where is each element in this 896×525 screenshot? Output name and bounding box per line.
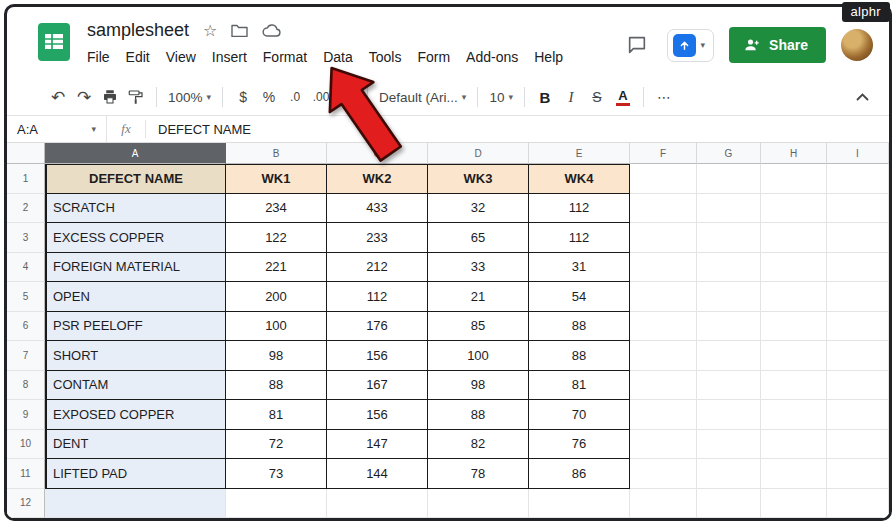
column-header-A[interactable]: A (45, 143, 226, 164)
currency-format-button[interactable]: $ (230, 84, 256, 110)
cell-B10[interactable]: 72 (226, 430, 327, 460)
row-header-7[interactable]: 7 (7, 341, 45, 371)
row-header-3[interactable]: 3 (7, 223, 45, 253)
paint-format-button[interactable] (123, 84, 149, 110)
row-header-4[interactable]: 4 (7, 253, 45, 283)
row-header-11[interactable]: 11 (7, 459, 45, 489)
cell-D9[interactable]: 88 (428, 400, 529, 430)
cell-I2[interactable] (827, 194, 889, 224)
cell-I10[interactable] (827, 430, 889, 460)
cell-I12[interactable] (827, 489, 889, 519)
column-header-I[interactable]: I (827, 143, 889, 164)
cell-A5[interactable]: OPEN (45, 282, 226, 312)
cell-E5[interactable]: 54 (529, 282, 630, 312)
cell-C7[interactable]: 156 (327, 341, 428, 371)
cell-E4[interactable]: 31 (529, 253, 630, 283)
cell-B3[interactable]: 122 (226, 223, 327, 253)
column-header-F[interactable]: F (630, 143, 697, 164)
cell-B11[interactable]: 73 (226, 459, 327, 489)
cell-E12[interactable] (529, 489, 630, 519)
cell-C6[interactable]: 176 (327, 312, 428, 342)
cell-I3[interactable] (827, 223, 889, 253)
cell-E8[interactable]: 81 (529, 371, 630, 401)
cell-E1[interactable]: WK4 (529, 164, 630, 194)
cell-I11[interactable] (827, 459, 889, 489)
row-header-8[interactable]: 8 (7, 371, 45, 401)
cell-H4[interactable] (761, 253, 827, 283)
star-icon[interactable]: ☆ (203, 21, 217, 40)
cell-C1[interactable]: WK2 (327, 164, 428, 194)
menu-form[interactable]: Form (409, 47, 458, 67)
cell-B5[interactable]: 200 (226, 282, 327, 312)
cell-A10[interactable]: DENT (45, 430, 226, 460)
menu-insert[interactable]: Insert (204, 47, 255, 67)
cell-B1[interactable]: WK1 (226, 164, 327, 194)
cell-H5[interactable] (761, 282, 827, 312)
cell-D6[interactable]: 85 (428, 312, 529, 342)
strikethrough-button[interactable]: S (584, 84, 610, 110)
cell-G1[interactable] (697, 164, 761, 194)
cell-E7[interactable]: 88 (529, 341, 630, 371)
cell-I4[interactable] (827, 253, 889, 283)
percent-format-button[interactable]: % (256, 84, 282, 110)
row-header-6[interactable]: 6 (7, 312, 45, 342)
zoom-select[interactable]: 100% ▾ (164, 84, 215, 110)
cell-G8[interactable] (697, 371, 761, 401)
redo-button[interactable]: ↷ (71, 84, 97, 110)
cell-G12[interactable] (697, 489, 761, 519)
cell-B2[interactable]: 234 (226, 194, 327, 224)
cell-F5[interactable] (630, 282, 697, 312)
cell-G7[interactable] (697, 341, 761, 371)
cell-D2[interactable]: 32 (428, 194, 529, 224)
cell-F8[interactable] (630, 371, 697, 401)
cell-H7[interactable] (761, 341, 827, 371)
cell-G4[interactable] (697, 253, 761, 283)
move-folder-icon[interactable] (231, 23, 248, 37)
cell-H6[interactable] (761, 312, 827, 342)
cell-F12[interactable] (630, 489, 697, 519)
cell-C2[interactable]: 433 (327, 194, 428, 224)
account-avatar[interactable] (841, 29, 873, 61)
cell-I5[interactable] (827, 282, 889, 312)
cell-B6[interactable]: 100 (226, 312, 327, 342)
cell-E9[interactable]: 70 (529, 400, 630, 430)
row-header-1[interactable]: 1 (7, 164, 45, 194)
undo-button[interactable]: ↶ (45, 84, 71, 110)
more-toolbar-button[interactable]: ⋯ (651, 84, 677, 110)
cell-B9[interactable]: 81 (226, 400, 327, 430)
cell-H3[interactable] (761, 223, 827, 253)
cell-F2[interactable] (630, 194, 697, 224)
cell-H8[interactable] (761, 371, 827, 401)
cell-A8[interactable]: CONTAM (45, 371, 226, 401)
row-header-10[interactable]: 10 (7, 430, 45, 460)
cell-I8[interactable] (827, 371, 889, 401)
cloud-status-icon[interactable] (262, 24, 281, 37)
cell-C5[interactable]: 112 (327, 282, 428, 312)
cell-C12[interactable] (327, 489, 428, 519)
cell-F4[interactable] (630, 253, 697, 283)
menu-addons[interactable]: Add-ons (458, 47, 526, 67)
cell-D1[interactable]: WK3 (428, 164, 529, 194)
cell-C9[interactable]: 156 (327, 400, 428, 430)
cell-A12[interactable] (45, 489, 226, 519)
print-button[interactable] (97, 84, 123, 110)
cell-I6[interactable] (827, 312, 889, 342)
cell-A2[interactable]: SCRATCH (45, 194, 226, 224)
sheets-logo-icon[interactable] (33, 21, 75, 63)
row-header-9[interactable]: 9 (7, 400, 45, 430)
cell-A3[interactable]: EXCESS COPPER (45, 223, 226, 253)
cell-B4[interactable]: 221 (226, 253, 327, 283)
cell-C11[interactable]: 144 (327, 459, 428, 489)
cell-F6[interactable] (630, 312, 697, 342)
cell-D8[interactable]: 98 (428, 371, 529, 401)
cell-D10[interactable]: 82 (428, 430, 529, 460)
cell-E6[interactable]: 88 (529, 312, 630, 342)
cell-E2[interactable]: 112 (529, 194, 630, 224)
present-button[interactable]: ▾ (667, 29, 715, 62)
cell-F1[interactable] (630, 164, 697, 194)
cell-C10[interactable]: 147 (327, 430, 428, 460)
cell-D4[interactable]: 33 (428, 253, 529, 283)
row-header-12[interactable]: 12 (7, 489, 45, 519)
bold-button[interactable]: B (532, 84, 558, 110)
cell-I1[interactable] (827, 164, 889, 194)
